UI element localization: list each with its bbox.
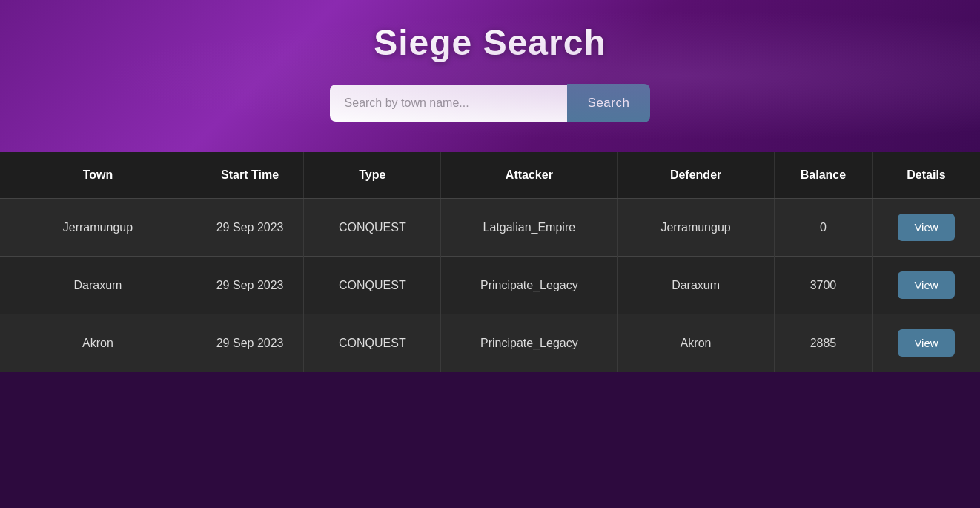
cell-type: CONQUEST bbox=[304, 257, 441, 314]
cell-details: View bbox=[873, 199, 980, 257]
cell-balance: 3700 bbox=[774, 257, 872, 314]
search-container: Search bbox=[330, 84, 651, 122]
cell-attacker: Principate_Legacy bbox=[441, 314, 618, 372]
table-row: Daraxum29 Sep 2023CONQUESTPrincipate_Leg… bbox=[0, 257, 980, 314]
cell-details: View bbox=[873, 314, 980, 372]
cell-balance: 2885 bbox=[774, 314, 872, 372]
col-header-defender: Defender bbox=[618, 152, 775, 199]
search-input[interactable] bbox=[330, 85, 567, 122]
cell-details: View bbox=[873, 257, 980, 314]
view-button[interactable]: View bbox=[898, 214, 954, 241]
siege-table: Town Start Time Type Attacker Defender B… bbox=[0, 152, 980, 372]
cell-attacker: Latgalian_Empire bbox=[441, 199, 618, 257]
col-header-type: Type bbox=[304, 152, 441, 199]
view-button[interactable]: View bbox=[898, 271, 954, 299]
cell-town: Jerramungup bbox=[0, 199, 196, 257]
col-header-balance: Balance bbox=[774, 152, 872, 199]
table-header-row: Town Start Time Type Attacker Defender B… bbox=[0, 152, 980, 199]
page-title: Siege Search bbox=[374, 22, 606, 63]
table-row: Jerramungup29 Sep 2023CONQUESTLatgalian_… bbox=[0, 199, 980, 257]
col-header-town: Town bbox=[0, 152, 196, 199]
view-button[interactable]: View bbox=[898, 329, 954, 357]
table-row: Akron29 Sep 2023CONQUESTPrincipate_Legac… bbox=[0, 314, 980, 372]
cell-start-time: 29 Sep 2023 bbox=[196, 199, 303, 257]
cell-balance: 0 bbox=[774, 199, 872, 257]
cell-town: Daraxum bbox=[0, 257, 196, 314]
cell-start-time: 29 Sep 2023 bbox=[196, 257, 303, 314]
col-header-attacker: Attacker bbox=[441, 152, 618, 199]
cell-attacker: Principate_Legacy bbox=[441, 257, 618, 314]
col-header-start-time: Start Time bbox=[196, 152, 303, 199]
cell-defender: Daraxum bbox=[618, 257, 775, 314]
header-section: Siege Search Search bbox=[0, 0, 980, 152]
col-header-details: Details bbox=[873, 152, 980, 199]
cell-town: Akron bbox=[0, 314, 196, 372]
cell-type: CONQUEST bbox=[304, 199, 441, 257]
cell-defender: Akron bbox=[618, 314, 775, 372]
cell-type: CONQUEST bbox=[304, 314, 441, 372]
cell-defender: Jerramungup bbox=[618, 199, 775, 257]
table-section: Town Start Time Type Attacker Defender B… bbox=[0, 152, 980, 372]
search-button[interactable]: Search bbox=[567, 84, 651, 122]
cell-start-time: 29 Sep 2023 bbox=[196, 314, 303, 372]
